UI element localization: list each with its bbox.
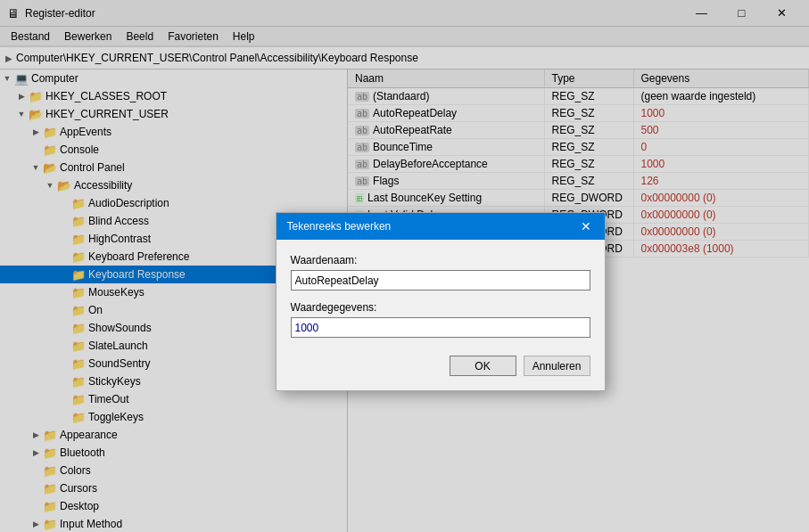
dialog-title: Tekenreeks bewerken (287, 220, 392, 233)
dialog-overlay: Tekenreeks bewerken ✕ Waardenaam: Waarde… (0, 0, 809, 532)
data-label: Waardegegevens: (291, 301, 590, 314)
dialog-titlebar: Tekenreeks bewerken ✕ (277, 213, 605, 240)
dialog-close-button[interactable]: ✕ (574, 215, 598, 238)
data-input[interactable] (291, 317, 590, 338)
cancel-button[interactable]: Annuleren (524, 356, 590, 376)
dialog-body: Waardenaam: Waardegegevens: OK Annuleren (277, 240, 605, 390)
name-input[interactable] (291, 270, 590, 291)
edit-dialog: Tekenreeks bewerken ✕ Waardenaam: Waarde… (276, 212, 606, 391)
name-label: Waardenaam: (291, 254, 590, 266)
dialog-buttons: OK Annuleren (291, 356, 590, 376)
ok-button[interactable]: OK (450, 356, 516, 376)
